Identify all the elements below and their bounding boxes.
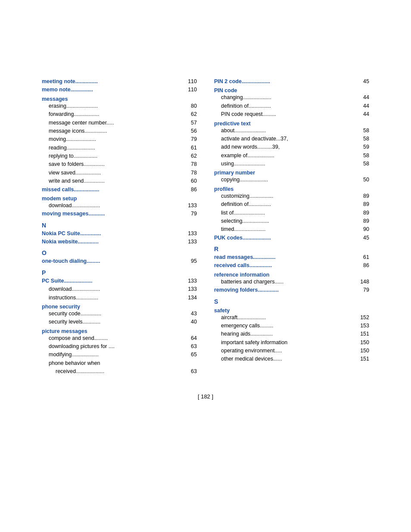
entry-number: 44 — [363, 93, 369, 102]
index-entry: moving messages...........79 — [42, 210, 197, 218]
index-entry: message icons...............56 — [42, 127, 197, 135]
entry-label: selecting.................. — [214, 217, 269, 225]
entry-number: 79 — [363, 286, 369, 294]
entry-number: 58 — [363, 127, 369, 135]
entry-number: 45 — [363, 78, 369, 86]
index-entry: forwarding.................62 — [42, 110, 197, 118]
section-header: profiles — [214, 186, 369, 192]
section-header: predictive text — [214, 121, 369, 127]
index-entry: definition of...............44 — [214, 102, 369, 110]
entry-label: memo note............... — [42, 86, 93, 94]
entry-label: message center number..... — [42, 119, 114, 127]
letter-header: R — [214, 246, 369, 252]
index-entry: download...................133 — [42, 285, 197, 293]
entry-number: 110 — [188, 86, 197, 94]
entry-number: 151 — [360, 355, 369, 363]
index-entry: read messages...............61 — [214, 253, 369, 261]
entry-number: 86 — [363, 261, 369, 270]
section-header: picture messages — [42, 328, 197, 334]
index-entry: timed.....................90 — [214, 225, 369, 233]
index-entry: PIN 2 code...................45 — [214, 78, 369, 86]
entry-label: example of.................. — [214, 152, 274, 160]
index-entry: other medical devices......151 — [214, 355, 369, 363]
entry-label: view saved................. — [42, 169, 101, 177]
index-entry: compose and send.........64 — [42, 334, 197, 342]
entry-label: timed..................... — [214, 225, 266, 233]
entry-number: 50 — [363, 176, 369, 184]
entry-number: 89 — [363, 217, 369, 225]
entry-number: 60 — [191, 177, 197, 185]
index-entry: replying to................62 — [42, 152, 197, 160]
index-entry: PC Suite...................133 — [42, 277, 197, 285]
entry-number: 133 — [188, 202, 197, 210]
entry-label: missed calls................. — [42, 186, 99, 194]
index-entry: operating environment.....150 — [214, 347, 369, 355]
entry-number: 40 — [191, 318, 197, 326]
entry-label: downloading pictures for .... — [42, 342, 115, 351]
entry-label: customizing................ — [214, 192, 274, 200]
index-entry: changing...................44 — [214, 93, 369, 102]
page-number: [ 182 ] — [198, 393, 213, 400]
entry-number: 59 — [363, 143, 369, 151]
entry-number: 62 — [191, 152, 197, 160]
entry-number: 89 — [363, 192, 369, 200]
index-entry: PIN code request.........44 — [214, 110, 369, 118]
entry-number: 86 — [191, 186, 197, 194]
entry-label: PIN code request......... — [214, 110, 276, 118]
entry-label: batteries and chargers...... — [214, 278, 283, 286]
index-entry: security code..............43 — [42, 310, 197, 318]
entry-number: 151 — [360, 330, 369, 338]
index-entry: PUK codes...................45 — [214, 234, 369, 242]
letter-header: O — [42, 249, 197, 256]
section-header: modem setup — [42, 196, 197, 202]
index-entry: batteries and chargers......148 — [214, 278, 369, 286]
entry-label: PC Suite................... — [42, 277, 92, 285]
entry-number: 79 — [191, 135, 197, 143]
entry-label: operating environment..... — [214, 347, 282, 355]
index-entry: one-touch dialing.........95 — [42, 257, 197, 265]
entry-label: PUK codes................... — [214, 234, 271, 242]
entry-label: about..................... — [214, 127, 266, 135]
index-entry: definition of...............89 — [214, 200, 369, 208]
index-entry: security levels............40 — [42, 318, 197, 326]
index-entry: about.....................58 — [214, 127, 369, 135]
index-entry: modifying..................65 — [42, 351, 197, 359]
index-entry: add new words..........39,59 — [214, 143, 369, 151]
entry-number: 90 — [363, 225, 369, 233]
entry-label: Nokia PC Suite.............. — [42, 230, 101, 238]
entry-label: important safety information — [214, 339, 287, 347]
section-header: PIN code — [214, 87, 369, 93]
entry-label: hearing aids............... — [214, 330, 273, 338]
entry-number: 56 — [191, 127, 197, 135]
index-entry: using.....................58 — [214, 160, 369, 168]
entry-label: security levels............ — [42, 318, 100, 326]
entry-label: Nokia website.............. — [42, 238, 99, 246]
index-entry: aircraft...................152 — [214, 314, 369, 322]
index-entry: hearing aids...............151 — [214, 330, 369, 338]
entry-label: moving messages........... — [42, 210, 105, 218]
entry-number: 148 — [360, 278, 369, 286]
entry-label: erasing..................... — [42, 102, 98, 110]
entry-label: meeting note............... — [42, 78, 98, 86]
entry-number: 44 — [363, 102, 369, 110]
entry-number: 44 — [363, 110, 369, 118]
right-column: PIN 2 code...................45PIN codec… — [214, 78, 369, 376]
left-column: meeting note...............110memo note.… — [42, 78, 197, 376]
entry-number: 110 — [188, 78, 197, 86]
entry-number: 89 — [363, 209, 369, 217]
index-columns: meeting note...............110memo note.… — [42, 78, 369, 376]
index-entry: emergency calls.........153 — [214, 322, 369, 330]
letter-header: S — [214, 298, 369, 305]
entry-number: 62 — [191, 110, 197, 118]
entry-number: 63 — [191, 367, 197, 376]
section-header: reference information — [214, 272, 369, 278]
entry-label: add new words..........39, — [214, 143, 280, 151]
entry-number: 58 — [363, 135, 369, 143]
index-entry: download...................133 — [42, 202, 197, 210]
entry-number: 45 — [363, 234, 369, 242]
entry-number: 95 — [191, 257, 197, 265]
entry-label: write and send.............. — [42, 177, 105, 185]
entry-label: PIN 2 code................... — [214, 78, 270, 86]
section-header: messages — [42, 96, 197, 102]
index-entry: reading...................61 — [42, 144, 197, 152]
